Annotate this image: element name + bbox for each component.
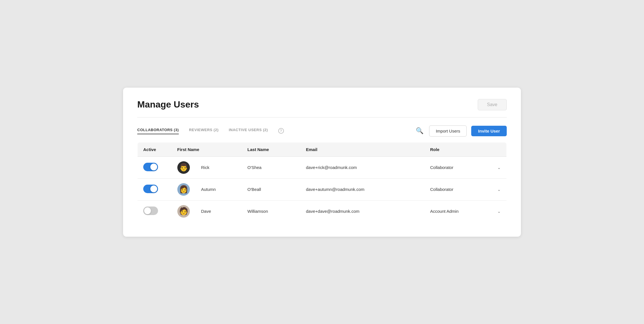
email-cell: dave+rick@roadmunk.com [300,156,425,178]
invite-user-button[interactable]: Invite User [471,126,507,136]
help-icon[interactable]: ? [278,128,284,134]
tab-collaborators[interactable]: COLLABORATORS (3) [137,128,179,134]
active-cell [138,200,172,222]
tabs-actions-row: COLLABORATORS (3) REVIEWERS (2) INACTIVE… [137,125,507,137]
search-button[interactable]: 🔍 [415,126,425,136]
last-name-cell: Williamson [242,200,300,222]
avatar: 👩 [177,183,190,196]
role-label: Collaborator [430,187,453,192]
role-label: Collaborator [430,165,453,170]
last-name-cell: O'Shea [242,156,300,178]
toggle-knob [144,207,151,214]
search-icon: 🔍 [416,127,423,134]
active-toggle[interactable] [143,207,158,215]
role-label: Account Admin [430,209,458,214]
active-cell [138,178,172,200]
header-divider [137,117,507,117]
first-name-cell: Rick [196,156,242,178]
chevron-down-icon[interactable]: ⌄ [497,209,501,214]
last-name-cell: O'Beall [242,178,300,200]
active-cell [138,156,172,178]
first-name-cell: Autumn [196,178,242,200]
manage-users-card: Manage Users Save COLLABORATORS (3) REVI… [123,88,521,237]
first-name-cell: Dave [196,200,242,222]
tabs-container: COLLABORATORS (3) REVIEWERS (2) INACTIVE… [137,128,284,134]
table-header-row: Active First Name Last Name Email Role [138,142,507,156]
role-cell: Account Admin⌄ [424,200,506,222]
import-users-button[interactable]: Import Users [429,125,467,137]
role-cell: Collaborator⌄ [424,156,506,178]
toggle-knob [150,185,157,192]
col-header-firstname: First Name [172,142,242,156]
chevron-down-icon[interactable]: ⌄ [497,187,501,192]
avatar-cell: 🧑 [172,200,196,222]
active-toggle[interactable] [143,163,158,171]
table-row: 👨RickO'Sheadave+rick@roadmunk.comCollabo… [138,156,507,178]
page-header: Manage Users Save [137,99,507,110]
active-toggle[interactable] [143,185,158,193]
actions-container: 🔍 Import Users Invite User [415,125,507,137]
col-header-lastname: Last Name [242,142,300,156]
email-cell: dave+dave@roadmunk.com [300,200,425,222]
page-title: Manage Users [137,99,199,110]
table-row: 👩AutumnO'Bealldave+autumn@roadmunk.comCo… [138,178,507,200]
users-table: Active First Name Last Name Email Role 👨… [137,142,507,222]
save-button[interactable]: Save [478,99,507,110]
email-cell: dave+autumn@roadmunk.com [300,178,425,200]
chevron-down-icon[interactable]: ⌄ [497,165,501,170]
avatar: 👨 [177,161,190,174]
avatar: 🧑 [177,205,190,218]
toggle-knob [150,164,157,170]
role-cell: Collaborator⌄ [424,178,506,200]
table-row: 🧑DaveWilliamsondave+dave@roadmunk.comAcc… [138,200,507,222]
col-header-role: Role [424,142,506,156]
tab-reviewers[interactable]: REVIEWERS (2) [189,128,219,134]
avatar-cell: 👩 [172,178,196,200]
avatar-cell: 👨 [172,156,196,178]
col-header-active: Active [138,142,172,156]
col-header-email: Email [300,142,425,156]
tab-inactive-users[interactable]: INACTIVE USERS (2) [229,128,268,134]
